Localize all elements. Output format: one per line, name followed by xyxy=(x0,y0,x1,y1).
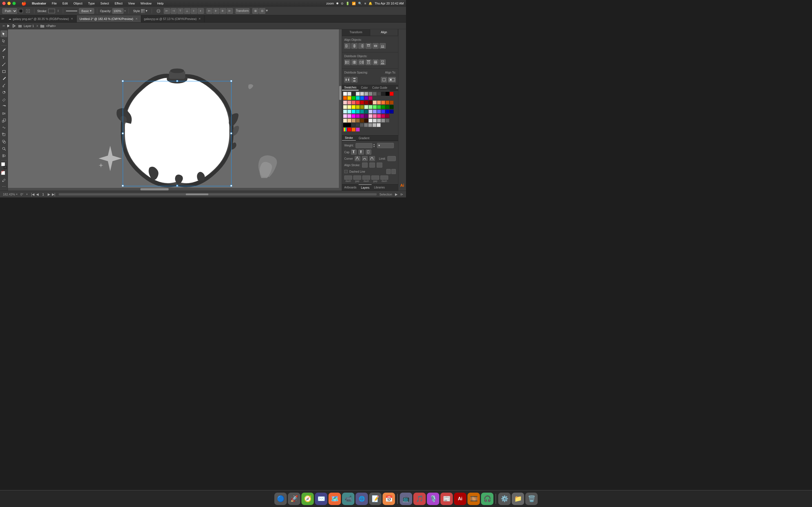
color-tab[interactable]: Color xyxy=(359,86,370,91)
canvas-scrollbar[interactable] xyxy=(59,193,377,195)
swatch-yellow[interactable] xyxy=(347,96,351,100)
tool-shapebuilder[interactable] xyxy=(1,138,7,145)
canvas-area[interactable] xyxy=(8,29,342,191)
swatch-br6[interactable] xyxy=(364,119,368,122)
corner-round[interactable] xyxy=(362,156,368,161)
align-top-btn[interactable]: ⊥ xyxy=(184,8,190,14)
tool-eraser[interactable] xyxy=(1,96,7,103)
gap-1-input[interactable] xyxy=(353,175,361,180)
dist-v-btn[interactable]: ⊩ xyxy=(213,8,219,14)
swatch-b1[interactable] xyxy=(368,110,372,114)
align-left-edge[interactable] xyxy=(344,43,350,49)
swatch-b3[interactable] xyxy=(377,110,381,114)
dist-bottom[interactable] xyxy=(379,59,386,65)
dash-style-2[interactable] xyxy=(391,169,396,174)
tool-paintbrush[interactable] xyxy=(1,82,7,89)
swatch-dk7[interactable] xyxy=(377,123,380,127)
swatch-red[interactable] xyxy=(390,92,394,96)
swatch-br2[interactable] xyxy=(347,119,351,122)
swatch-orange[interactable] xyxy=(343,96,347,100)
swatch-cyan[interactable] xyxy=(356,96,360,100)
tool-line[interactable] xyxy=(1,61,7,68)
swatch-white[interactable] xyxy=(343,92,347,96)
swatch-g5[interactable] xyxy=(381,105,385,109)
align-top-edge[interactable] xyxy=(365,43,371,49)
swatch-p1[interactable] xyxy=(343,114,347,118)
dash-style-1[interactable] xyxy=(386,169,391,174)
gradient-tab[interactable]: Gradient xyxy=(356,136,372,140)
style-item[interactable]: Style ▾ xyxy=(132,8,149,13)
stroke-tab[interactable]: Stroke xyxy=(342,135,356,140)
tool-rect[interactable] xyxy=(1,68,7,75)
tool-warp[interactable] xyxy=(1,124,7,131)
dist2-btn[interactable]: ⊪ xyxy=(220,8,226,14)
stroke-weight-stepper[interactable]: ▲ ▼ xyxy=(373,144,375,148)
corner-miter[interactable] xyxy=(355,156,360,161)
swatch-pk3[interactable] xyxy=(377,114,381,118)
corner-bevel[interactable] xyxy=(369,156,375,161)
transform-btn[interactable]: Transform xyxy=(236,8,250,14)
app-name[interactable]: Illustrator xyxy=(31,1,47,6)
swatch-8[interactable] xyxy=(386,92,389,96)
more-btn2[interactable]: ⊟ xyxy=(259,8,265,14)
tab-close-2[interactable]: ✕ xyxy=(135,17,138,20)
swatch-b5[interactable] xyxy=(386,110,389,114)
swatch-r4[interactable] xyxy=(356,101,360,105)
tab-transform[interactable]: Transform xyxy=(342,29,370,36)
swatch-green[interactable] xyxy=(352,96,356,100)
align-left-btn[interactable]: ⊢ xyxy=(164,8,170,14)
stroke-weight-input[interactable] xyxy=(356,143,372,148)
swatch-o3[interactable] xyxy=(381,101,385,105)
swatch-r3[interactable] xyxy=(352,101,356,105)
dash-1-input[interactable] xyxy=(344,175,352,180)
swatch-last-orange[interactable] xyxy=(352,128,356,131)
no-color[interactable] xyxy=(1,170,7,176)
swatch-g4[interactable] xyxy=(377,105,381,109)
swatch-4[interactable] xyxy=(368,92,372,96)
tool-zoom[interactable] xyxy=(1,145,7,152)
notification-icon[interactable]: 🔔 xyxy=(368,2,372,5)
tool-grab[interactable] xyxy=(1,152,7,159)
libraries-tab[interactable]: Libraries xyxy=(371,184,387,191)
dist-right[interactable] xyxy=(358,59,364,65)
dist3-btn[interactable]: ⊫ xyxy=(227,8,233,14)
artboard-number[interactable] xyxy=(40,193,47,196)
swatch-p6[interactable] xyxy=(364,114,368,118)
swatch-7[interactable] xyxy=(381,92,385,96)
menu-file[interactable]: File xyxy=(51,1,58,6)
swatch-r6[interactable] xyxy=(364,101,368,105)
swatch-r1[interactable] xyxy=(343,101,347,105)
align-center-v[interactable] xyxy=(372,43,378,49)
swatch-p5[interactable] xyxy=(360,114,364,118)
dash-3-input[interactable] xyxy=(380,175,388,180)
swatch-pk5[interactable] xyxy=(386,114,389,118)
tool-free-transform[interactable] xyxy=(1,131,7,138)
align-bottom-edge[interactable] xyxy=(379,43,386,49)
swatch-last-purple[interactable] xyxy=(356,128,360,131)
layers-tab[interactable]: Layers xyxy=(359,184,371,191)
tab-untitled[interactable]: Untitled-1* @ 182.43 % (CMYK/Preview) ✕ xyxy=(77,15,141,22)
align-right-btn[interactable]: ⊤ xyxy=(177,8,184,14)
fill-indicator[interactable] xyxy=(1,162,5,166)
swatch-o1[interactable] xyxy=(373,101,377,105)
gap-2-input[interactable] xyxy=(371,175,379,180)
swatch-y3[interactable] xyxy=(352,105,356,109)
swatch-b6[interactable] xyxy=(390,110,394,114)
cap-square[interactable] xyxy=(366,150,371,155)
swatch-pink[interactable] xyxy=(368,96,372,100)
swatch-r2[interactable] xyxy=(347,101,351,105)
apple-menu[interactable]: 🍎 xyxy=(21,1,26,6)
swatch-y4[interactable] xyxy=(356,105,360,109)
align-stroke-center[interactable] xyxy=(362,163,368,168)
swatch-last-red[interactable] xyxy=(347,128,351,131)
fill-options[interactable]: ▼ xyxy=(24,8,31,13)
tool-pen[interactable] xyxy=(1,47,7,54)
tab-align[interactable]: Align xyxy=(370,29,398,36)
more-tools[interactable]: ··· xyxy=(2,184,6,189)
dist-center-h[interactable] xyxy=(351,59,357,65)
limit-input[interactable] xyxy=(388,156,396,161)
swatch-dk6[interactable] xyxy=(372,123,376,127)
swatch-g1[interactable] xyxy=(364,105,368,109)
stroke-arrows[interactable]: ⇕ xyxy=(56,9,60,13)
swatch-c1[interactable] xyxy=(343,110,347,114)
